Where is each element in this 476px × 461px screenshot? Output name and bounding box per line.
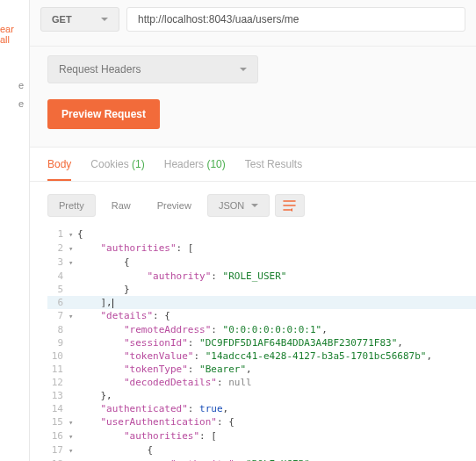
fold-arrow-icon[interactable]: ▾ [69,241,77,256]
fold-arrow-icon [69,336,77,349]
preview-mode-button[interactable]: Preview [147,195,202,216]
code-line[interactable]: 17▾ { [47,443,476,457]
line-number: 15 [47,415,69,429]
request-bar: GET http://localhost:8043/uaa/users/me [30,0,476,47]
fold-arrow-icon[interactable]: ▾ [69,415,77,429]
code-line[interactable]: 8 "remoteAddress": "0:0:0:0:0:0:0:1", [47,323,476,336]
tab-headers[interactable]: Headers (10) [164,158,226,181]
fold-arrow-icon [69,376,77,389]
code-line[interactable]: 3▾ { [47,256,476,270]
request-headers-select[interactable]: Request Headers [47,55,258,83]
fold-arrow-icon [69,296,77,309]
tab-test-results[interactable]: Test Results [245,158,302,181]
line-number: 11 [47,363,69,376]
chevron-down-icon [101,18,108,21]
code-text: "tokenType": "Bearer", [77,363,252,376]
fold-arrow-icon[interactable]: ▾ [69,227,77,241]
chevron-down-icon [251,204,258,207]
code-line[interactable]: 14 "authenticated": true, [47,402,476,415]
code-line[interactable]: 13 }, [47,389,476,402]
line-number: 2 [47,241,69,256]
code-line[interactable]: 11 "tokenType": "Bearer", [47,363,476,376]
code-text: } [77,283,130,296]
fold-arrow-icon [69,402,77,415]
code-line[interactable]: 12 "decodedDetails": null [47,376,476,389]
left-sidebar-fragment: ear all e e [0,0,30,461]
cookies-count: (1) [132,158,145,170]
line-number: 12 [47,376,69,389]
clear-all-link[interactable]: ear all [0,24,25,45]
tab-cookies-label: Cookies [90,158,128,170]
response-tabs: Body Cookies (1) Headers (10) Test Resul… [30,148,476,182]
fold-arrow-icon [69,283,77,296]
code-text: "authorities": [ [77,241,193,256]
fold-arrow-icon[interactable]: ▾ [69,309,77,323]
line-number: 7 [47,309,69,323]
line-number: 14 [47,402,69,415]
code-text: "authenticated": true, [77,402,228,415]
chevron-down-icon [240,68,247,71]
code-line[interactable]: 2▾ "authorities": [ [47,241,476,256]
sidebar-fragment-2: e [18,98,24,109]
fold-arrow-icon [69,323,77,336]
line-number: 1 [47,227,69,241]
code-text: ], [77,296,113,309]
line-number: 6 [47,296,69,309]
pretty-button[interactable]: Pretty [47,194,96,217]
headers-row: Request Headers [30,47,476,83]
code-line[interactable]: 6 ], [47,296,476,309]
wrap-lines-button[interactable] [275,194,305,217]
headers-count: (10) [206,158,225,170]
code-line[interactable]: 1▾{ [47,227,476,241]
fold-arrow-icon[interactable]: ▾ [69,443,77,457]
code-text: "authority": "ROLE_USER" [77,457,310,461]
line-number: 8 [47,323,69,336]
http-method-select[interactable]: GET [40,7,119,32]
display-controls: Pretty Raw Preview JSON [30,182,476,227]
code-text: "sessionId": "DC9FDF5D1AF64B4DDA3A4BF230… [77,336,403,349]
code-text: { [77,443,153,457]
url-input[interactable]: http://localhost:8043/uaa/users/me [126,7,465,32]
code-text: { [77,256,130,270]
line-number: 18 [47,457,69,461]
wrap-icon [283,199,297,212]
code-text: "tokenValue": "14adcc41-e428-4127-b3a5-1… [77,349,432,363]
raw-button[interactable]: Raw [101,195,141,216]
preview-request-button[interactable]: Preview Request [47,99,160,129]
url-text: http://localhost:8043/uaa/users/me [138,13,299,25]
line-number: 5 [47,283,69,296]
code-text: }, [77,389,112,402]
fold-arrow-icon[interactable]: ▾ [69,429,77,443]
fold-arrow-icon [69,349,77,363]
line-number: 10 [47,349,69,363]
code-line[interactable]: 16▾ "authorities": [ [47,429,476,443]
code-line[interactable]: 9 "sessionId": "DC9FDF5D1AF64B4DDA3A4BF2… [47,336,476,349]
code-line[interactable]: 15▾ "userAuthentication": { [47,415,476,429]
tab-body[interactable]: Body [47,158,71,181]
format-select[interactable]: JSON [207,194,270,217]
sidebar-fragment-1: e [18,80,24,90]
fold-arrow-icon [69,457,77,461]
code-text: "decodedDetails": null [77,376,252,389]
fold-arrow-icon [69,363,77,376]
code-text: "remoteAddress": "0:0:0:0:0:0:0:1", [77,323,328,336]
tab-cookies[interactable]: Cookies (1) [90,158,144,181]
response-body-code[interactable]: 1▾{2▾ "authorities": [3▾ {4 "authority":… [30,227,476,461]
code-text: "authorities": [ [77,429,217,443]
code-text: { [77,227,83,241]
code-line[interactable]: 5 } [47,283,476,296]
code-line[interactable]: 18 "authority": "ROLE_USER" [47,457,476,461]
code-text: "details": { [77,309,170,323]
line-number: 4 [47,270,69,283]
code-line[interactable]: 10 "tokenValue": "14adcc41-e428-4127-b3a… [47,349,476,363]
code-line[interactable]: 7▾ "details": { [47,309,476,323]
fold-arrow-icon [69,389,77,402]
code-line[interactable]: 4 "authority": "ROLE_USER" [47,270,476,283]
preview-row: Preview Request [30,83,476,148]
tab-headers-label: Headers [164,158,204,170]
http-method-label: GET [52,14,72,25]
format-label: JSON [219,200,244,211]
request-headers-label: Request Headers [59,63,141,76]
fold-arrow-icon[interactable]: ▾ [69,256,77,270]
line-number: 9 [47,336,69,349]
